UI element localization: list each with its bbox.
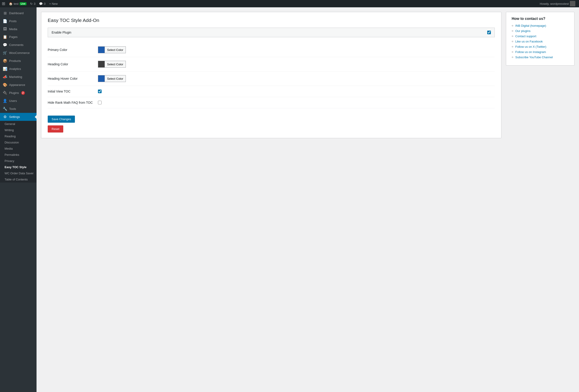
info-card-title: How to contact us? [512,17,569,21]
submenu-discussion[interactable]: Discussion [0,139,37,146]
facebook-link[interactable]: Like us on Facebook [515,40,543,43]
sidebar-item-plugins[interactable]: 🔌 Plugins 2 [0,89,37,97]
plugins-badge: 2 [21,91,25,95]
sidebar-item-woocommerce[interactable]: 🛒 WooCommerce [0,49,37,57]
submenu-writing[interactable]: Writing [0,127,37,133]
appearance-icon: 🎨 [3,83,7,87]
list-item: INB Digital (homepage) [512,24,569,27]
settings-arrow [35,115,37,119]
comments-count: 0 [44,2,45,5]
main-form-card: Easy TOC Style Add-On Enable Plugin Prim… [41,12,501,138]
wp-logo-icon[interactable]: ⊞ [2,1,5,6]
comments-nav-icon: 💬 [3,43,7,47]
reset-button[interactable]: Reset [48,125,63,133]
heading-color-label: Heading Color [48,62,98,66]
heading-color-row: Heading Color Select Color [48,57,495,72]
admin-bar: ⊞ 🏠 test Live ↻ 3 💬 0 + New Howdy, wordp… [0,0,579,7]
list-item: Our plugins [512,29,569,33]
sidebar-label-posts: Posts [9,19,17,23]
live-badge: Live [20,2,26,5]
woocommerce-icon: 🛒 [3,51,7,55]
sidebar-item-posts[interactable]: 📄 Posts [0,17,37,25]
adminbar-howdy: Howdy, wordpresstest [540,2,569,5]
contact-support-link[interactable]: Contact support [515,34,536,38]
primary-color-button[interactable]: Select Color [105,46,126,53]
sidebar-item-comments[interactable]: 💬 Comments [0,41,37,49]
sidebar-label-woocommerce: WooCommerce [9,51,30,55]
user-avatar [570,1,575,6]
submenu-media[interactable]: Media [0,146,37,152]
primary-color-label: Primary Color [48,48,98,52]
our-plugins-link[interactable]: Our plugins [515,29,530,33]
heading-hover-color-button[interactable]: Select Color [105,75,126,82]
main-content: Easy TOC Style Add-On Enable Plugin Prim… [37,7,579,392]
save-changes-button[interactable]: Save Changes [48,116,75,123]
info-card-links: INB Digital (homepage) Our plugins Conta… [512,24,569,59]
sidebar-label-analytics: Analytics [9,67,21,71]
plugins-icon: 🔌 [3,91,7,95]
sidebar-label-media: Media [9,27,17,31]
adminbar-site[interactable]: 🏠 test Live [7,0,28,7]
adminbar-new[interactable]: + New [47,0,59,7]
sidebar-label-comments: Comments [9,43,23,47]
heading-hover-color-picker: Select Color [98,75,126,82]
initial-view-toc-label: Initial View TOC [48,89,98,93]
instagram-link[interactable]: Follow us on Instagram [515,50,546,54]
adminbar-updates[interactable]: ↻ 3 [28,0,37,7]
submenu-permalinks[interactable]: Permalinks [0,152,37,158]
form-reset-action: Reset [48,124,495,133]
sidebar-item-media[interactable]: 🖼 Media [0,25,37,33]
sidebar-label-plugins: Plugins [9,91,19,95]
initial-view-toc-row: Initial View TOC [48,86,495,97]
sidebar-item-pages[interactable]: 📋 Pages [0,33,37,41]
heading-hover-color-swatch[interactable] [98,75,105,82]
tools-icon: 🔧 [3,107,7,111]
sidebar-label-products: Products [9,59,21,63]
hide-rank-math-label: Hide Rank Math FAQ from TOC [48,101,98,104]
site-home-icon: 🏠 [9,2,12,5]
heading-color-button[interactable]: Select Color [105,61,126,68]
heading-hover-color-row: Heading Hover Color Select Color [48,72,495,86]
twitter-link[interactable]: Follow us on X (Twitter) [515,45,546,48]
submenu-general[interactable]: General [0,121,37,127]
adminbar-user[interactable]: Howdy, wordpresstest [538,0,577,7]
users-icon: 👤 [3,99,7,103]
list-item: Contact support [512,34,569,38]
adminbar-comments[interactable]: 💬 0 [37,0,47,7]
initial-view-toc-checkbox[interactable] [98,89,102,93]
heading-hover-color-label: Heading Hover Color [48,77,98,80]
analytics-icon: 📊 [3,67,7,71]
posts-icon: 📄 [3,19,7,23]
hide-rank-math-row: Hide Rank Math FAQ from TOC [48,97,495,108]
sidebar-label-pages: Pages [9,35,18,39]
hide-rank-math-checkbox[interactable] [98,101,102,104]
submenu-reading[interactable]: Reading [0,133,37,139]
adminbar-new-label: + New [49,2,58,5]
sidebar-item-appearance[interactable]: 🎨 Appearance [0,81,37,89]
pages-icon: 📋 [3,35,7,39]
updates-count: 3 [34,2,35,5]
primary-color-swatch[interactable] [98,46,105,53]
youtube-link[interactable]: Subscribe YouTube Channel [515,56,553,59]
sidebar-item-tools[interactable]: 🔧 Tools [0,105,37,113]
enable-plugin-row: Enable Plugin [48,28,495,37]
heading-color-swatch[interactable] [98,61,105,68]
page-title: Easy TOC Style Add-On [48,18,495,23]
products-icon: 📦 [3,59,7,63]
submenu-privacy[interactable]: Privacy [0,158,37,164]
submenu-table-of-contents[interactable]: Table of Contents [0,176,37,182]
submenu-wc-order-data-saver[interactable]: WC Order Data Saver [0,170,37,176]
sidebar-item-settings[interactable]: ⚙ Settings [0,113,37,121]
enable-plugin-checkbox[interactable] [487,31,491,34]
sidebar-item-users[interactable]: 👤 Users [0,97,37,105]
content-wrap: Easy TOC Style Add-On Enable Plugin Prim… [41,12,575,138]
sidebar-item-analytics[interactable]: 📊 Analytics [0,65,37,73]
sidebar-item-products[interactable]: 📦 Products [0,57,37,65]
submenu-easy-toc-style[interactable]: Easy TOC Style [0,164,37,170]
comments-icon: 💬 [39,2,43,5]
sidebar-item-dashboard[interactable]: ⊞ Dashboard [0,9,37,17]
sidebar-item-marketing[interactable]: 📣 Marketing [0,73,37,81]
inb-digital-link[interactable]: INB Digital (homepage) [515,24,546,27]
list-item: Follow us on Instagram [512,50,569,54]
sidebar-label-appearance: Appearance [9,83,25,86]
